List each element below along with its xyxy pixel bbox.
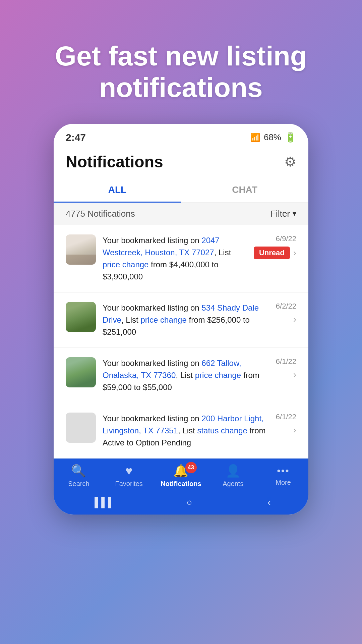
notifications-badge: 43 (185, 462, 197, 473)
unread-badge-1: Unread (254, 247, 290, 259)
chevron-right-icon-2: › (293, 314, 296, 325)
status-time: 2:47 (66, 132, 86, 143)
notification-content-1: Your bookmarked listing on 2047 Westcree… (103, 234, 244, 283)
signal-icon: 📶 (250, 133, 260, 142)
property-thumbnail-4 (66, 413, 96, 443)
notification-text-4: Your bookmarked listing on 200 Harbor Li… (103, 414, 266, 447)
notification-text-1: Your bookmarked listing on 2047 Westcree… (103, 236, 231, 281)
notification-content-3: Your bookmarked listing on 662 Tallow, O… (103, 357, 266, 393)
more-icon: ••• (277, 465, 290, 477)
notification-date-1: 6/9/22 (276, 234, 296, 243)
price-change-highlight-1: price change (103, 260, 148, 269)
person-icon: 👤 (226, 464, 241, 478)
notification-meta-3: 6/1/22 › (276, 357, 296, 380)
phone-mockup: 2:47 📶 68% 🔋 Notifications ⚙ ALL CHAT 47… (54, 124, 308, 515)
notifications-list: Your bookmarked listing on 2047 Westcree… (54, 225, 308, 459)
tabs-container: ALL CHAT (54, 178, 308, 203)
tab-chat[interactable]: CHAT (181, 178, 308, 202)
status-bar: 2:47 📶 68% 🔋 (54, 124, 308, 147)
notification-content-2: Your bookmarked listing on 534 Shady Dal… (103, 302, 266, 338)
chevron-right-icon-3: › (293, 369, 296, 380)
notifications-count: 4775 Notifications (66, 209, 135, 219)
notification-actions-4: › (293, 425, 296, 435)
price-change-highlight-2: price change (140, 315, 186, 324)
notification-text-3: Your bookmarked listing on 662 Tallow, O… (103, 359, 259, 392)
notification-item-1[interactable]: Your bookmarked listing on 2047 Westcree… (54, 225, 308, 292)
notification-date-4: 6/1/22 (276, 413, 296, 421)
status-change-highlight-4: status change (197, 426, 247, 435)
filter-button[interactable]: Filter ▾ (270, 209, 296, 219)
page-title: Notifications (66, 153, 163, 171)
notification-actions-2: › (293, 314, 296, 325)
back-button[interactable]: ‹ (267, 497, 270, 508)
tab-all[interactable]: ALL (54, 178, 181, 202)
notification-meta-4: 6/1/22 › (276, 413, 296, 435)
battery-level: 68% (264, 132, 281, 143)
search-icon: 🔍 (71, 464, 86, 478)
notification-text-2: Your bookmarked listing on 534 Shady Dal… (103, 303, 259, 336)
chevron-right-icon-4: › (293, 425, 296, 435)
notification-item-2[interactable]: Your bookmarked listing on 534 Shady Dal… (54, 292, 308, 348)
notification-meta-1: 6/9/22 Unread › (254, 234, 296, 259)
nav-agents[interactable]: 👤 Agents (215, 464, 251, 488)
bottom-nav: 🔍 Search ♥ Favorites 🔔 43 Notifications … (54, 459, 308, 492)
battery-icon: 🔋 (285, 132, 296, 143)
notification-meta-2: 6/2/22 › (276, 302, 296, 325)
notification-date-3: 6/1/22 (276, 357, 296, 366)
notification-item-4[interactable]: Your bookmarked listing on 200 Harbor Li… (54, 403, 308, 459)
notification-actions-3: › (293, 369, 296, 380)
nav-search-label: Search (68, 480, 89, 488)
app-header: Notifications ⚙ (54, 147, 308, 178)
notification-actions-1: Unread › (254, 247, 296, 259)
chevron-down-icon: ▾ (293, 209, 296, 218)
nav-agents-label: Agents (223, 480, 243, 488)
chevron-right-icon-1: › (293, 248, 296, 258)
notification-item-3[interactable]: Your bookmarked listing on 662 Tallow, O… (54, 348, 308, 403)
nav-search[interactable]: 🔍 Search (60, 464, 97, 488)
notification-content-4: Your bookmarked listing on 200 Harbor Li… (103, 413, 266, 449)
recent-apps-button[interactable]: ▐▐▐ (91, 497, 111, 508)
heart-icon: ♥ (125, 464, 132, 478)
nav-favorites[interactable]: ♥ Favorites (111, 464, 147, 488)
home-button[interactable]: ○ (187, 497, 192, 508)
notification-date-2: 6/2/22 (276, 302, 296, 311)
property-thumbnail-1 (66, 234, 96, 265)
hero-section: Get fast new listing notifications (0, 20, 362, 104)
nav-favorites-label: Favorites (115, 480, 143, 488)
nav-more[interactable]: ••• More (265, 465, 302, 486)
property-thumbnail-3 (66, 357, 96, 387)
nav-more-label: More (276, 479, 291, 486)
price-change-highlight-3: price change (195, 371, 241, 380)
system-nav: ▐▐▐ ○ ‹ (54, 492, 308, 515)
filter-label: Filter (270, 209, 290, 219)
settings-icon[interactable]: ⚙ (284, 154, 296, 169)
nav-notifications[interactable]: 🔔 43 Notifications (161, 464, 201, 488)
property-thumbnail-2 (66, 302, 96, 332)
nav-notifications-label: Notifications (161, 480, 201, 488)
hero-title: Get fast new listing notifications (20, 40, 342, 104)
notifications-bar: 4775 Notifications Filter ▾ (54, 203, 308, 225)
status-right: 📶 68% 🔋 (250, 132, 296, 143)
